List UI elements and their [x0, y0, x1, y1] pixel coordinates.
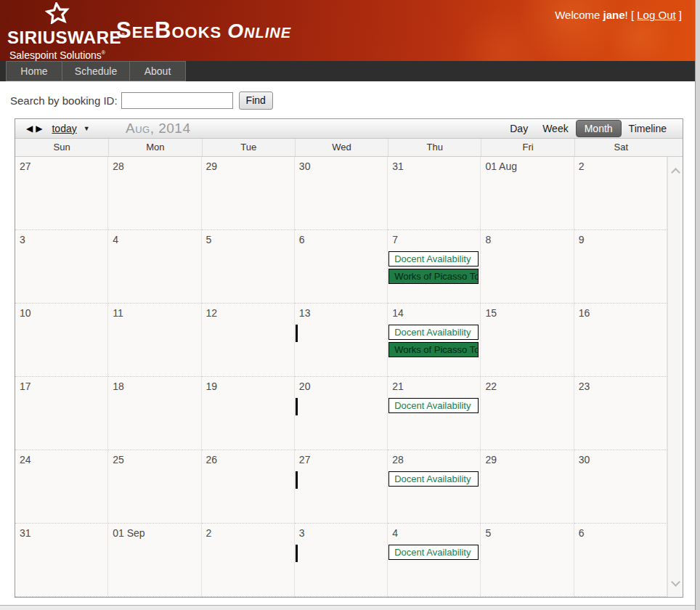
date-label: 28 — [108, 157, 200, 174]
day-cell-20[interactable]: 20 — [295, 377, 388, 450]
day-cell-19[interactable]: 19 — [202, 377, 295, 450]
day-cell-24[interactable]: 24 — [15, 450, 108, 524]
welcome-bar: Welcome jane! [ Log Out ] — [555, 9, 682, 21]
date-label: 31 — [388, 157, 480, 174]
booking-id-input[interactable] — [121, 92, 233, 109]
day-cell-4[interactable]: 4 — [108, 230, 201, 304]
scroll-up-icon[interactable] — [671, 168, 680, 177]
dow-sun: Sun — [15, 139, 108, 156]
event-docent-availability[interactable]: Docent Availability — [388, 545, 479, 560]
event-docent-availability[interactable]: Docent Availability — [388, 398, 479, 413]
day-cell-29[interactable]: 29 — [202, 157, 295, 230]
date-label: 29 — [202, 157, 294, 174]
find-button[interactable]: Find — [239, 92, 273, 110]
event-docent-availability[interactable]: Docent Availability — [388, 471, 479, 487]
day-cell-3[interactable]: 3 — [15, 230, 108, 304]
date-label: 25 — [108, 450, 200, 468]
nav-item-schedule[interactable]: Schedule — [62, 61, 130, 81]
day-cell-01-sep[interactable]: 01 Sep — [108, 524, 201, 597]
day-cell-16[interactable]: 16 — [574, 304, 667, 377]
day-cell-29[interactable]: 29 — [481, 450, 574, 524]
day-cell-14[interactable]: 14Docent AvailabilityWorks of Picasso To… — [388, 304, 481, 377]
date-label: 28 — [388, 450, 480, 468]
events-container: Docent AvailabilityWorks of Picasso Tour — [388, 251, 480, 284]
today-link[interactable]: today — [52, 123, 76, 134]
next-arrow-icon[interactable]: ▶ — [36, 123, 42, 134]
calendar-grid-wrap: 272829303101 Aug234567Docent Availabilit… — [15, 157, 683, 597]
date-label: 6 — [574, 524, 667, 541]
day-cell-17[interactable]: 17 — [15, 377, 108, 450]
day-cell-30[interactable]: 30 — [295, 157, 388, 230]
day-cell-3[interactable]: 3 — [295, 524, 388, 597]
day-cell-8[interactable]: 8 — [481, 230, 574, 304]
zero-width-event-tick[interactable] — [296, 325, 298, 342]
events-container: Docent Availability — [388, 471, 480, 487]
day-cell-7[interactable]: 7Docent AvailabilityWorks of Picasso Tou… — [388, 230, 481, 304]
day-cell-6[interactable]: 6 — [295, 230, 388, 304]
chevron-down-icon[interactable]: ▼ — [84, 125, 90, 132]
scroll-down-icon[interactable] — [671, 577, 680, 587]
day-cell-21[interactable]: 21Docent Availability — [388, 377, 481, 450]
zero-width-event-tick[interactable] — [296, 398, 298, 415]
events-container — [295, 471, 387, 489]
nav-item-home[interactable]: Home — [6, 61, 62, 81]
day-cell-27[interactable]: 27 — [295, 450, 388, 524]
view-week[interactable]: Week — [535, 121, 576, 137]
siriusware-logo: SIRIUSWARE® Salespoint Solutions® — [7, 2, 107, 62]
event-works-of-picasso-tour[interactable]: Works of Picasso Tour — [388, 342, 479, 357]
day-cell-31[interactable]: 31 — [388, 157, 481, 230]
event-works-of-picasso-tour[interactable]: Works of Picasso Tour — [388, 269, 479, 284]
date-label: 31 — [15, 524, 107, 541]
day-cell-28[interactable]: 28Docent Availability — [388, 450, 481, 524]
day-cell-18[interactable]: 18 — [108, 377, 201, 450]
zero-width-event-tick[interactable] — [296, 545, 298, 562]
events-container — [295, 325, 387, 342]
day-cell-5[interactable]: 5 — [481, 524, 574, 597]
logout-link[interactable]: Log Out — [637, 9, 675, 21]
date-label: 2 — [574, 157, 667, 174]
booking-search-bar: Search by booking ID: Find — [10, 91, 695, 110]
day-cell-13[interactable]: 13 — [295, 304, 388, 377]
events-container: Docent Availability — [388, 398, 480, 413]
day-cell-22[interactable]: 22 — [481, 377, 574, 450]
day-cell-6[interactable]: 6 — [574, 524, 667, 597]
day-cell-4[interactable]: 4Docent Availability — [388, 524, 481, 597]
day-cell-31[interactable]: 31 — [15, 524, 108, 597]
day-cell-12[interactable]: 12 — [202, 304, 295, 377]
date-label: 21 — [388, 377, 480, 394]
day-cell-27[interactable]: 27 — [15, 157, 108, 230]
nav-item-about[interactable]: About — [129, 61, 186, 81]
day-cell-25[interactable]: 25 — [108, 450, 201, 524]
app-window: SIRIUSWARE® Salespoint Solutions® SeeBoo… — [0, 0, 700, 610]
view-timeline[interactable]: Timeline — [622, 121, 674, 137]
events-container: Docent Availability — [388, 545, 480, 560]
date-label: 5 — [481, 524, 573, 541]
day-cell-9[interactable]: 9 — [574, 230, 667, 304]
events-container — [295, 398, 387, 415]
day-cell-5[interactable]: 5 — [202, 230, 295, 304]
day-cell-28[interactable]: 28 — [108, 157, 201, 230]
app-title-secondary: Online — [227, 20, 291, 42]
date-label: 14 — [388, 304, 480, 321]
calendar-scrollbar[interactable] — [667, 157, 683, 597]
day-cell-26[interactable]: 26 — [202, 450, 295, 524]
day-cell-30[interactable]: 30 — [574, 450, 667, 524]
day-cell-15[interactable]: 15 — [481, 304, 574, 377]
dow-thu: Thu — [388, 139, 481, 156]
calendar-toolbar: ◀ ▶ today ▼ Aug, 2014 Day Week Month Tim… — [15, 119, 683, 139]
day-cell-2[interactable]: 2 — [574, 157, 667, 230]
day-cell-11[interactable]: 11 — [108, 304, 201, 377]
window-bottom-strip — [0, 605, 695, 610]
day-cell-10[interactable]: 10 — [15, 304, 108, 377]
day-cell-01-aug[interactable]: 01 Aug — [481, 157, 574, 230]
day-cell-2[interactable]: 2 — [202, 524, 295, 597]
prev-arrow-icon[interactable]: ◀ — [26, 123, 33, 134]
view-month[interactable]: Month — [576, 120, 622, 137]
view-day[interactable]: Day — [502, 121, 535, 137]
day-of-week-header: Sun Mon Tue Wed Thu Fri Sat — [15, 139, 683, 157]
event-docent-availability[interactable]: Docent Availability — [388, 251, 479, 267]
date-label: 17 — [15, 377, 107, 394]
zero-width-event-tick[interactable] — [296, 471, 298, 489]
day-cell-23[interactable]: 23 — [574, 377, 667, 450]
event-docent-availability[interactable]: Docent Availability — [388, 325, 479, 340]
